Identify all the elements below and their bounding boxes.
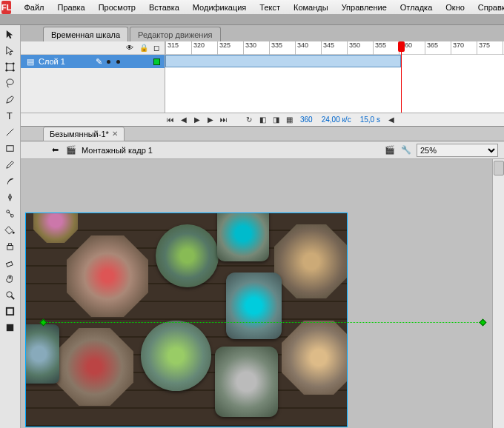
brush-tool[interactable] xyxy=(2,173,19,189)
svg-point-2 xyxy=(13,62,15,64)
frames-track[interactable] xyxy=(165,55,504,68)
motion-path[interactable] xyxy=(43,322,484,323)
menu-view[interactable]: Просмотр xyxy=(92,1,142,13)
back-arrow-icon[interactable]: ⬅ xyxy=(49,144,61,156)
scroll-left-icon[interactable]: ◀ xyxy=(386,115,397,125)
menu-debug[interactable]: Отладка xyxy=(394,1,439,13)
loop-icon[interactable]: ↻ xyxy=(244,115,254,125)
tween-span[interactable] xyxy=(165,55,401,67)
menu-commands[interactable]: Команды xyxy=(287,1,335,13)
current-frame-value[interactable]: 360 xyxy=(297,116,316,124)
svg-rect-19 xyxy=(7,308,13,315)
layer-column: 👁 🔒 ◻ ▤ Слой 1 ✎ xyxy=(21,41,165,113)
svg-point-5 xyxy=(7,79,13,85)
menu-file[interactable]: Файл xyxy=(17,1,50,13)
timeline-ruler[interactable]: 315 320 325 330 335 340 345 350 355 360 … xyxy=(165,41,504,55)
stroke-color[interactable] xyxy=(2,304,19,319)
ruler-tick: 375 xyxy=(477,41,490,55)
zoom-tool[interactable] xyxy=(2,287,19,303)
fill-color[interactable] xyxy=(2,320,19,335)
goto-last-icon[interactable]: ⏭ xyxy=(219,115,229,125)
motion-handle-end[interactable] xyxy=(480,319,487,327)
menu-edit[interactable]: Правка xyxy=(51,1,92,13)
menu-modify[interactable]: Модификация xyxy=(186,1,253,13)
goto-first-icon[interactable]: ⏮ xyxy=(165,115,176,125)
close-icon[interactable]: ✕ xyxy=(112,130,118,138)
scene-name: Монтажный кадр 1 xyxy=(82,146,153,155)
edit-multiple-icon[interactable]: ▦ xyxy=(284,115,294,125)
menu-bar: FL Файл Правка Просмотр Вставка Модифика… xyxy=(0,0,504,15)
eye-icon[interactable]: 👁 xyxy=(126,44,133,52)
svg-line-12 xyxy=(9,213,12,215)
tab-motion-editor[interactable]: Редактор движения xyxy=(130,27,220,41)
fps-value[interactable]: 24,00 к/с xyxy=(319,116,354,124)
deco-tool[interactable] xyxy=(2,190,19,205)
menu-window[interactable]: Окно xyxy=(439,1,471,13)
pen-tool[interactable] xyxy=(2,92,19,107)
svg-rect-8 xyxy=(7,146,13,152)
menu-text[interactable]: Текст xyxy=(253,1,287,13)
timeline-tabs: Временная шкала Редактор движения xyxy=(21,25,504,41)
ruler-tick: 330 xyxy=(243,41,256,55)
toolbox: T xyxy=(0,25,21,428)
ruler-tick: 325 xyxy=(217,41,231,55)
text-tool[interactable]: T xyxy=(2,108,19,124)
ruler-tick: 370 xyxy=(451,41,464,55)
selection-tool[interactable] xyxy=(2,27,19,42)
svg-rect-15 xyxy=(9,244,12,246)
svg-text:T: T xyxy=(7,110,13,121)
eraser-tool[interactable] xyxy=(2,255,19,270)
layer-row-1[interactable]: ▤ Слой 1 ✎ xyxy=(21,55,165,68)
menu-insert[interactable]: Вставка xyxy=(142,1,186,13)
outline-icon[interactable]: ◻ xyxy=(153,44,160,52)
svg-rect-0 xyxy=(7,64,13,70)
hand-tool[interactable] xyxy=(2,271,19,287)
ruler-tick: 345 xyxy=(321,41,334,55)
layer-header: 👁 🔒 ◻ xyxy=(21,41,165,55)
svg-point-4 xyxy=(13,70,15,72)
vertical-scrollbar[interactable] xyxy=(492,159,504,428)
playhead-marker[interactable] xyxy=(398,41,405,52)
menu-control[interactable]: Управление xyxy=(335,1,394,13)
app-logo: FL xyxy=(1,1,11,14)
timeline-panel: Временная шкала Редактор движения 👁 🔒 ◻ … xyxy=(21,25,504,127)
layer-color-swatch[interactable] xyxy=(153,58,160,65)
zoom-select[interactable]: 25% xyxy=(417,144,498,157)
lasso-tool[interactable] xyxy=(2,76,19,91)
ruler-tick: 335 xyxy=(269,41,282,55)
playhead[interactable] xyxy=(401,41,402,113)
svg-point-3 xyxy=(5,70,7,72)
play-icon[interactable]: ▶ xyxy=(192,115,202,125)
line-tool[interactable] xyxy=(2,124,19,140)
scrollbar-thumb[interactable] xyxy=(494,161,504,175)
edit-symbol-icon[interactable]: 🔧 xyxy=(400,144,412,156)
step-back-icon[interactable]: ◀ xyxy=(179,115,189,125)
onion-outline-icon[interactable]: ◨ xyxy=(271,115,281,125)
lock-icon[interactable]: 🔒 xyxy=(139,44,147,52)
frames-column[interactable]: 315 320 325 330 335 340 345 350 355 360 … xyxy=(165,41,504,113)
ink-bottle-tool[interactable] xyxy=(2,238,19,254)
tab-timeline[interactable]: Временная шкала xyxy=(43,27,128,41)
free-transform-tool[interactable] xyxy=(2,59,19,75)
ruler-tick: 320 xyxy=(191,41,205,55)
workspace xyxy=(0,159,504,428)
onion-skin-icon[interactable]: ◧ xyxy=(257,115,268,125)
paint-bucket-tool[interactable] xyxy=(2,222,19,238)
stage[interactable] xyxy=(21,159,504,428)
bone-tool[interactable] xyxy=(2,206,19,221)
svg-point-17 xyxy=(7,292,13,298)
pencil-tool[interactable] xyxy=(2,157,19,173)
ruler-tick: 315 xyxy=(165,41,179,55)
stage-image[interactable] xyxy=(25,213,348,427)
ruler-tick: 365 xyxy=(425,41,438,55)
svg-line-7 xyxy=(7,129,13,136)
timeline-body: 👁 🔒 ◻ ▤ Слой 1 ✎ 315 320 325 330 335 340… xyxy=(21,41,504,113)
pencil-icon: ✎ xyxy=(96,57,102,67)
rectangle-tool[interactable] xyxy=(2,141,19,156)
svg-point-13 xyxy=(13,232,15,234)
document-tab[interactable]: Безымянный-1* ✕ xyxy=(43,127,125,141)
menu-help[interactable]: Справка xyxy=(471,1,504,13)
edit-scene-icon[interactable]: 🎬 xyxy=(384,144,396,156)
step-fwd-icon[interactable]: ▶ xyxy=(205,115,216,125)
subselect-tool[interactable] xyxy=(2,43,19,58)
